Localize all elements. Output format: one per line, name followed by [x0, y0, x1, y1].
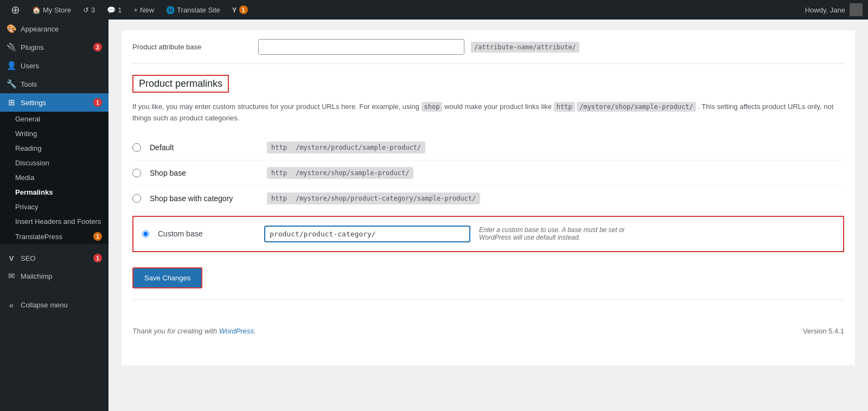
- default-option: Default http /mystore/product/sample-pro…: [132, 135, 844, 160]
- comments-count: 1: [118, 6, 122, 14]
- avatar: [850, 3, 863, 16]
- settings-icon: ⊞: [7, 98, 16, 107]
- yoast-link[interactable]: Y 1: [227, 0, 253, 20]
- version-text: Version 5.4.1: [803, 327, 844, 335]
- tools-icon: 🔧: [7, 79, 16, 89]
- comments-icon: 💬: [107, 6, 116, 14]
- howdy-text: Howdy, Jane: [805, 6, 845, 14]
- sidebar-item-discussion[interactable]: Discussion: [0, 156, 108, 170]
- translate-label: Translate Site: [177, 6, 220, 14]
- settings-submenu: General Writing Reading Discussion Media…: [0, 112, 108, 244]
- attribute-row: Product attribute base /attribute-name/a…: [132, 39, 844, 64]
- default-url-preview: http /mystore/product/sample-product/: [267, 142, 425, 153]
- default-url-path: /mystore/product/sample-product/: [291, 142, 425, 153]
- revisions-count: 3: [91, 6, 95, 14]
- main-content: Product attribute base /attribute-name/a…: [108, 20, 868, 411]
- sidebar-item-settings[interactable]: ⊞ Settings 1: [0, 93, 108, 112]
- seo-badge: 1: [93, 254, 102, 262]
- shop-base-url-preview: http /mystore/shop/sample-product/: [267, 167, 413, 179]
- shop-base-option: Shop base http /mystore/shop/sample-prod…: [132, 160, 844, 186]
- shop-category-option: Shop base with category http /mystore/sh…: [132, 186, 844, 211]
- yoast-badge: 1: [239, 5, 248, 14]
- admin-bar: ⊕ 🏠 My Store ↺ 3 💬 1 + New 🌐 Translate S…: [0, 0, 868, 20]
- home-icon: 🏠: [32, 6, 41, 14]
- attribute-url-hint: /attribute-name/attribute/: [471, 42, 579, 53]
- custom-base-input[interactable]: [264, 226, 470, 242]
- custom-base-option: Custom base Enter a custom base to use. …: [132, 216, 844, 252]
- translate-link[interactable]: 🌐 Translate Site: [161, 0, 226, 20]
- save-button[interactable]: Save Changes: [132, 267, 202, 288]
- translate-icon: 🌐: [166, 6, 175, 14]
- footer-text: Thank you for creating with WordPress.: [132, 316, 256, 346]
- plugins-label: Plugins: [21, 43, 89, 52]
- tools-label: Tools: [21, 80, 102, 88]
- shop-category-url-preview: http /mystore/shop/product-category/samp…: [267, 192, 480, 204]
- custom-base-label[interactable]: Custom base: [158, 229, 256, 238]
- appearance-label: Appearance: [21, 25, 102, 33]
- settings-label: Settings: [21, 99, 89, 107]
- sidebar-item-writing[interactable]: Writing: [0, 126, 108, 141]
- sidebar-item-tools[interactable]: 🔧 Tools: [0, 75, 108, 93]
- users-label: Users: [21, 62, 102, 70]
- sidebar-item-privacy[interactable]: Privacy: [0, 200, 108, 214]
- permalinks-section: Product permalinks If you like, you may …: [132, 64, 844, 357]
- shop-category-label[interactable]: Shop base with category: [150, 194, 258, 203]
- footer: Thank you for creating with WordPress. V…: [132, 299, 844, 346]
- shop-cat-url-base: http: [267, 192, 291, 204]
- shop-category-radio[interactable]: [132, 194, 141, 203]
- shop-base-url-path: /mystore/shop/sample-product/: [291, 167, 414, 179]
- desc-url-hint: http: [554, 102, 575, 112]
- sidebar-item-mailchimp[interactable]: ✉ Mailchimp: [0, 267, 108, 285]
- shop-cat-url-path: /mystore/shop/product-category/sample-pr…: [291, 192, 480, 204]
- custom-hint: Enter a custom base to use. A base must …: [479, 226, 642, 241]
- section-description: If you like, you may enter custom struct…: [132, 101, 844, 124]
- layout: 🎨 Appearance 🔌 Plugins 2 👤 Users 🔧 Tools…: [0, 20, 868, 411]
- attribute-section: Product attribute base /attribute-name/a…: [122, 30, 855, 365]
- shop-base-radio[interactable]: [132, 169, 141, 177]
- seo-icon: V: [7, 254, 16, 262]
- mailchimp-icon: ✉: [7, 271, 16, 281]
- settings-badge: 1: [93, 98, 102, 107]
- sidebar-item-collapse[interactable]: « Collapse menu: [0, 296, 108, 314]
- default-radio[interactable]: [132, 143, 141, 152]
- admin-bar-right: Howdy, Jane: [805, 3, 863, 16]
- attribute-label: Product attribute base: [132, 43, 252, 51]
- shop-base-label[interactable]: Shop base: [150, 169, 258, 177]
- sidebar-item-users[interactable]: 👤 Users: [0, 56, 108, 75]
- custom-base-radio[interactable]: [142, 230, 149, 237]
- admin-bar-left: ⊕ 🏠 My Store ↺ 3 💬 1 + New 🌐 Translate S…: [5, 0, 805, 20]
- wordpress-link[interactable]: WordPress: [219, 327, 254, 335]
- sidebar-item-seo[interactable]: V SEO 1: [0, 249, 108, 267]
- sidebar-item-media[interactable]: Media: [0, 170, 108, 185]
- sidebar-item-translatepress[interactable]: TranslatePress 1: [0, 229, 108, 244]
- save-section: Save Changes: [132, 256, 844, 299]
- section-title: Product permalinks: [132, 75, 229, 93]
- revisions-icon: ↺: [83, 6, 89, 14]
- translatepress-badge: 1: [93, 232, 102, 241]
- plugins-badge: 2: [93, 43, 102, 52]
- plugins-icon: 🔌: [7, 42, 16, 52]
- default-label[interactable]: Default: [150, 143, 258, 152]
- sidebar-item-general[interactable]: General: [0, 112, 108, 126]
- collapse-icon: «: [7, 300, 16, 310]
- appearance-icon: 🎨: [7, 24, 16, 34]
- shop-base-url-base: http: [267, 167, 291, 179]
- sidebar-item-insert-headers[interactable]: Insert Headers and Footers: [0, 214, 108, 229]
- sidebar: 🎨 Appearance 🔌 Plugins 2 👤 Users 🔧 Tools…: [0, 20, 108, 411]
- yoast-icon: Y: [232, 6, 237, 14]
- new-label: New: [140, 6, 154, 14]
- revisions-link[interactable]: ↺ 3: [78, 0, 100, 20]
- my-store-label: My Store: [43, 6, 71, 14]
- new-link[interactable]: + New: [128, 0, 159, 20]
- comments-link[interactable]: 💬 1: [101, 0, 127, 20]
- plus-icon: +: [133, 6, 138, 14]
- sidebar-item-plugins[interactable]: 🔌 Plugins 2: [0, 38, 108, 56]
- my-store-link[interactable]: 🏠 My Store: [27, 0, 76, 20]
- default-url-base: http: [267, 142, 291, 153]
- sidebar-item-permalinks[interactable]: Permalinks: [0, 185, 108, 200]
- users-icon: 👤: [7, 61, 16, 70]
- wp-logo[interactable]: ⊕: [5, 0, 25, 20]
- sidebar-item-appearance[interactable]: 🎨 Appearance: [0, 20, 108, 38]
- attribute-input[interactable]: [258, 39, 464, 55]
- sidebar-item-reading[interactable]: Reading: [0, 141, 108, 156]
